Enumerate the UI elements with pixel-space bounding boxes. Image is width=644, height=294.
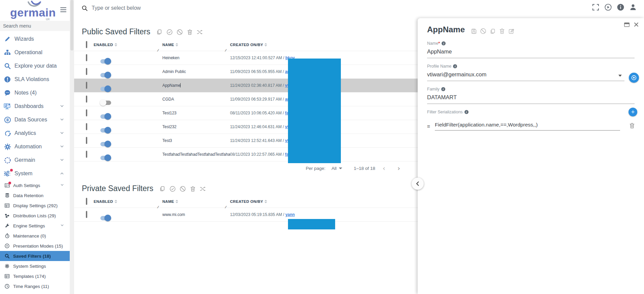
save-icon[interactable] bbox=[471, 28, 477, 34]
trash-icon[interactable] bbox=[187, 29, 193, 35]
trash-icon[interactable] bbox=[630, 123, 635, 128]
sort-icon[interactable] bbox=[115, 43, 117, 46]
row-checkbox[interactable] bbox=[86, 54, 87, 61]
drag-handle-icon[interactable]: = bbox=[427, 123, 432, 129]
info-icon[interactable]: i bbox=[441, 87, 445, 91]
sidebar-item-display-settings[interactable]: Display Settings (292) bbox=[0, 200, 72, 211]
sidebar-search-input[interactable] bbox=[0, 21, 72, 31]
column-header-created[interactable]: CREATED ON/BY∕∕ bbox=[230, 199, 418, 204]
row-checkbox[interactable] bbox=[86, 211, 87, 218]
target-icon[interactable] bbox=[629, 73, 639, 83]
shuffle-icon[interactable] bbox=[200, 186, 206, 192]
sidebar-item-analytics[interactable]: Analytics bbox=[0, 126, 72, 140]
close-icon[interactable] bbox=[634, 22, 639, 27]
sidebar-item-dashboards[interactable]: Dashboards bbox=[0, 100, 72, 113]
column-resize-handle[interactable]: ∕∕ bbox=[225, 205, 226, 209]
user-icon[interactable] bbox=[629, 3, 637, 11]
column-header-enabled[interactable]: ENABLED bbox=[94, 199, 162, 204]
serialization-value[interactable]: FieldFilter(application.name,==,Wordpres… bbox=[435, 122, 620, 131]
column-header-name[interactable]: NAME∕∕ bbox=[162, 43, 230, 47]
creator-link[interactable]: yann bbox=[285, 212, 295, 217]
row-checkbox[interactable] bbox=[86, 151, 87, 158]
row-checkbox[interactable] bbox=[86, 82, 87, 89]
table-row[interactable]: Heineken 12/15/2023 12:41:00.527 AM / bk… bbox=[72, 51, 418, 65]
row-checkbox[interactable] bbox=[86, 68, 87, 75]
sidebar-item-germain[interactable]: Germain bbox=[0, 153, 72, 167]
column-resize-handle[interactable]: ∕∕ bbox=[225, 48, 226, 52]
name-field-value[interactable]: AppName bbox=[427, 46, 635, 58]
panel-collapse-button[interactable] bbox=[412, 178, 424, 190]
table-row[interactable]: CGDA 11/09/2023 06:53:29.917 AM / arun bbox=[72, 93, 418, 106]
ban-icon[interactable] bbox=[176, 29, 183, 35]
sort-icon[interactable] bbox=[175, 43, 178, 46]
column-header-enabled[interactable]: ENABLED bbox=[94, 43, 162, 47]
edit-icon[interactable] bbox=[509, 28, 514, 34]
row-checkbox[interactable] bbox=[86, 137, 87, 144]
sidebar-item-wizards[interactable]: Wizards bbox=[0, 32, 72, 46]
row-checkbox[interactable] bbox=[86, 123, 87, 130]
sidebar-item-data-sources[interactable]: Data Sources bbox=[0, 113, 72, 126]
ban-icon[interactable] bbox=[180, 186, 186, 192]
sidebar-item-maintenance[interactable]: Maintenance (0) bbox=[0, 231, 72, 241]
sort-icon[interactable] bbox=[264, 200, 267, 203]
copy-icon[interactable] bbox=[159, 186, 165, 192]
copy-icon[interactable] bbox=[490, 28, 495, 34]
check-circle-icon[interactable] bbox=[169, 186, 175, 192]
copy-icon[interactable] bbox=[156, 29, 162, 35]
fullscreen-icon[interactable] bbox=[592, 3, 599, 11]
sort-icon[interactable] bbox=[175, 200, 178, 203]
sidebar-item-data-retention[interactable]: Data Retention bbox=[0, 190, 72, 200]
check-circle-icon[interactable] bbox=[166, 29, 172, 35]
select-all-checkbox[interactable] bbox=[86, 41, 87, 48]
prev-page-icon[interactable]: ‹ bbox=[378, 164, 390, 172]
sidebar-item-system-settings[interactable]: System Settings bbox=[0, 261, 72, 271]
table-row[interactable]: Test3 11/24/2023 12:52:41.643 AM / vtiw bbox=[72, 134, 418, 148]
trash-icon[interactable] bbox=[499, 28, 505, 34]
table-row[interactable]: TestfahadTestfahadTestfahadTestfaha... 0… bbox=[72, 148, 418, 161]
ban-icon[interactable] bbox=[480, 28, 486, 34]
table-row[interactable]: Admin Public 11/09/2023 06:55:05.955 AM … bbox=[72, 65, 418, 79]
play-circle-icon[interactable] bbox=[604, 3, 612, 11]
sidebar-item-system[interactable]: System bbox=[0, 167, 72, 180]
column-header-name[interactable]: NAME∕∕ bbox=[162, 199, 230, 204]
shuffle-icon[interactable] bbox=[197, 29, 203, 35]
sort-icon[interactable] bbox=[264, 43, 267, 46]
sidebar-item-distribution-lists[interactable]: Distribution Lists (29) bbox=[0, 211, 72, 221]
table-row[interactable]: Test232 11/24/2023 12:46:04.631 AM / vti… bbox=[72, 120, 418, 134]
sidebar-item-explore[interactable]: Explore your data bbox=[0, 59, 72, 73]
sidebar-item-notes[interactable]: Notes (4) bbox=[0, 86, 72, 100]
table-row[interactable]: Test123 08/11/2023 10:06:05.420 AM / fah… bbox=[72, 106, 418, 120]
next-page-icon[interactable]: › bbox=[393, 164, 405, 172]
info-icon[interactable] bbox=[617, 3, 624, 11]
sidebar-item-saved-filters[interactable]: Saved Filters (18) bbox=[0, 251, 72, 261]
menu-hamburger-icon[interactable] bbox=[60, 6, 66, 13]
sidebar-item-automation[interactable]: Automation bbox=[0, 140, 72, 153]
info-icon[interactable]: i bbox=[453, 64, 457, 68]
sort-icon[interactable] bbox=[115, 200, 117, 203]
global-search-input[interactable] bbox=[92, 5, 395, 11]
sidebar-item-operational[interactable]: Operational bbox=[0, 46, 72, 59]
sidebar-scrollbar[interactable] bbox=[70, 0, 74, 294]
profile-field-value[interactable]: vtiwari@germainux.com bbox=[427, 69, 624, 81]
table-row[interactable]: www.mi.com 12/03/2023 05:19:15.835 AM / … bbox=[72, 208, 418, 222]
sidebar-item-time-ranges[interactable]: Time Ranges (11) bbox=[0, 281, 72, 291]
info-icon[interactable]: i bbox=[442, 41, 446, 45]
table-row-selected[interactable]: AppName 11/24/2023 02:36:40.817 AM / vti… bbox=[72, 79, 418, 93]
column-header-created[interactable]: CREATED ON/BY∕∕ bbox=[230, 43, 418, 47]
column-resize-handle[interactable]: ∕∕ bbox=[158, 48, 158, 52]
window-icon[interactable] bbox=[624, 23, 630, 27]
per-page-select[interactable]: All bbox=[331, 166, 342, 171]
sidebar-item-sla-violations[interactable]: SLA Violations bbox=[0, 73, 72, 86]
select-all-checkbox[interactable] bbox=[86, 198, 87, 205]
family-field-value[interactable]: DATAMART bbox=[427, 91, 635, 104]
column-resize-handle[interactable]: ∕∕ bbox=[158, 205, 158, 209]
sidebar-item-templates[interactable]: Templates (174) bbox=[0, 271, 72, 281]
trash-icon[interactable] bbox=[190, 186, 196, 192]
row-checkbox[interactable] bbox=[86, 109, 87, 116]
sidebar-item-auth-settings[interactable]: Auth Settings bbox=[0, 180, 72, 190]
info-icon[interactable]: i bbox=[464, 110, 469, 114]
sidebar-item-engine-settings[interactable]: Engine Settings bbox=[0, 221, 72, 231]
add-serialization-button[interactable]: + bbox=[629, 108, 637, 116]
sidebar-item-presentation-modes[interactable]: Presentation Modes (15) bbox=[0, 241, 72, 251]
row-checkbox[interactable] bbox=[86, 96, 87, 103]
